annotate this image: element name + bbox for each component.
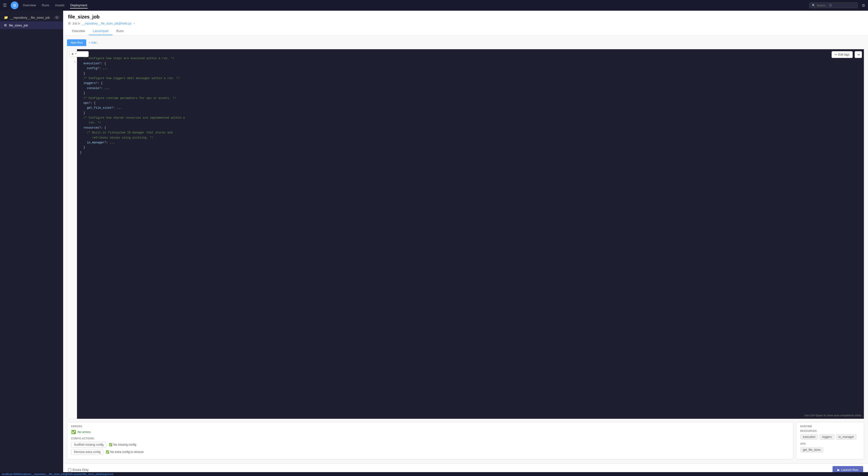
error-status: ✅ No errors [71, 430, 789, 434]
topnav: ☰ D Overview Runs Assets Deployment 🔍 Se… [0, 0, 868, 11]
main-content: file_sizes_job ⚙ Job in __repository__fi… [63, 11, 868, 476]
code-line-7: loggers?: { [80, 81, 861, 86]
launchpad-content: New Run + Add... ✱ * ✏ Edit tags ⇥ [63, 35, 868, 464]
errors-panel: ERRORS ✅ No errors CONFIG ACTIONS: Scaff… [67, 422, 793, 460]
resource-tag-loggers: loggers [819, 434, 834, 440]
errors-only-check[interactable]: Errors Only [68, 468, 89, 472]
run-tab-add[interactable]: + Add... [86, 39, 101, 46]
errors-label: ERRORS [71, 425, 789, 428]
page-title: file_sizes_job [68, 14, 100, 20]
folder-icon: 📁 [4, 15, 8, 20]
code-line-11: ops?: { [80, 101, 861, 106]
search-placeholder: Search... [817, 4, 828, 7]
search-icon: 🔍 [812, 4, 815, 7]
code-line-10: /* Configure runtime parameters for ops … [80, 96, 861, 101]
sidebar-item-job-label: file_sizes_job [9, 24, 28, 27]
nav-deployment[interactable]: Deployment [70, 2, 88, 8]
code-line-16: resources?: { [80, 126, 861, 130]
tab-overview[interactable]: Overview [68, 27, 89, 35]
job-icon: ⚙ [4, 23, 7, 27]
errors-only-label: Errors Only [73, 468, 89, 472]
resources-tags: execution loggers io_manager [800, 434, 860, 440]
code-line-8: console?: ... [80, 86, 861, 91]
page-tabs: Overview Launchpad Runs [68, 27, 863, 35]
code-line-9: } [80, 91, 861, 96]
code-line-18: retrieves values using pickling. */ [80, 135, 861, 140]
bottom-panels: ERRORS ✅ No errors CONFIG ACTIONS: Scaff… [67, 422, 864, 460]
code-line-4: config?: ... [80, 66, 861, 71]
sidebar: 📁 __repository__file_sizes_job 1 ⚙ file_… [0, 11, 63, 476]
line-number-1: 1 [69, 60, 76, 65]
nav-links: Overview Runs Assets Deployment [22, 2, 805, 8]
code-line-15: run. */ [80, 120, 861, 125]
run-tabs: New Run + Add... [67, 39, 864, 46]
runtime-panel: RUNTIME RESOURCES execution loggers io_m… [796, 422, 864, 460]
edit-icon: ✏ [835, 53, 837, 56]
job-meta-text: Job in [72, 22, 80, 25]
page-title-row: file_sizes_job [68, 14, 863, 20]
statusbar: localhost:3000/locations/__repository__f… [0, 472, 868, 476]
remove-check-icon: ✅ [106, 450, 109, 454]
run-tab-new[interactable]: New Run [67, 39, 86, 46]
edit-tags-label: Edit tags [838, 53, 849, 56]
remove-status-text: No extra config to remove [110, 450, 144, 454]
job-meta-link[interactable]: __repository__file_sizes_job@hello.py [82, 22, 131, 25]
editor-area: ✱ * ✏ Edit tags ⇥ 1 { [67, 49, 864, 419]
code-line-3: execution?: { [80, 61, 861, 66]
page-header: file_sizes_job ⚙ Job in __repository__fi… [63, 11, 868, 35]
code-line-19: io_manager?: ... [80, 140, 861, 145]
errors-only-checkbox[interactable] [68, 468, 71, 471]
tab-launchpad[interactable]: Launchpad [89, 27, 112, 35]
external-link-icon[interactable]: ↗ [133, 22, 135, 25]
nav-overview[interactable]: Overview [22, 2, 36, 8]
code-line-2: /* Configure how steps are executed with… [80, 56, 861, 61]
launch-label: Launch Run [841, 468, 858, 472]
collapse-button[interactable]: ⇥ [855, 51, 862, 58]
search-kbd: / [829, 4, 832, 7]
code-line-6: /* Configure how loggers emit messages w… [80, 76, 861, 81]
code-line-20: } [80, 145, 861, 150]
scaffold-status: ✅ No missing config [109, 443, 136, 446]
config-search[interactable]: ✱ * [69, 51, 89, 57]
remove-action-row: Remove extra config ✅ No extra config to… [71, 449, 789, 455]
nav-assets[interactable]: Assets [55, 2, 65, 8]
code-line-13: } [80, 111, 861, 115]
sidebar-badge: 1 [54, 16, 59, 19]
remove-extra-config-button[interactable]: Remove extra config [71, 449, 103, 455]
code-line-21: } [80, 150, 861, 155]
config-search-icon: ✱ [71, 53, 74, 56]
sidebar-item-repository[interactable]: 📁 __repository__file_sizes_job 1 [0, 13, 63, 21]
job-meta-icon: ⚙ [68, 22, 71, 25]
code-line-12: get_file_sizes?: ... [80, 106, 861, 110]
editor-toolbar: ✏ Edit tags ⇥ [832, 51, 862, 58]
layout: 📁 __repository__file_sizes_job 1 ⚙ file_… [0, 11, 868, 476]
resources-label: RESOURCES [800, 430, 860, 432]
settings-icon[interactable]: ⚙ [862, 3, 865, 8]
edit-tags-button[interactable]: ✏ Edit tags [832, 51, 853, 58]
tab-runs[interactable]: Runs [113, 27, 127, 35]
runtime-label: RUNTIME [800, 425, 860, 428]
scaffold-action-row: Scaffold missing config ✅ No missing con… [71, 442, 789, 448]
line-numbers: 1 [67, 49, 77, 419]
resource-tag-execution: execution [800, 434, 818, 440]
error-status-text: No errors [78, 430, 91, 434]
scaffold-status-text: No missing config [114, 443, 136, 446]
check-icon: ✅ [71, 430, 76, 434]
statusbar-url: localhost:3000/locations/__repository__f… [2, 473, 113, 476]
hamburger-icon[interactable]: ☰ [3, 3, 7, 8]
code-line-5: } [80, 71, 861, 76]
remove-status: ✅ No extra config to remove [106, 450, 144, 454]
ops-label: OPS [800, 443, 860, 445]
resource-tag-io-manager: io_manager [836, 434, 857, 440]
code-editor[interactable]: { /* Configure how steps are executed wi… [77, 49, 864, 419]
code-line-14: /* Configure how shared resources are im… [80, 115, 861, 120]
editor-hint: Use Ctrl+Space to show auto-completions … [804, 414, 862, 417]
scaffold-missing-config-button[interactable]: Scaffold missing config [71, 442, 106, 448]
config-actions-label: CONFIG ACTIONS: [71, 437, 789, 440]
sidebar-item-repository-label: __repository__file_sizes_job [10, 16, 50, 20]
search-bar[interactable]: 🔍 Search... / [809, 2, 858, 8]
sidebar-item-job[interactable]: ⚙ file_sizes_job [0, 21, 63, 29]
config-search-value: * [75, 53, 76, 56]
launch-icon: ▶ [837, 468, 840, 472]
nav-runs[interactable]: Runs [41, 2, 50, 8]
